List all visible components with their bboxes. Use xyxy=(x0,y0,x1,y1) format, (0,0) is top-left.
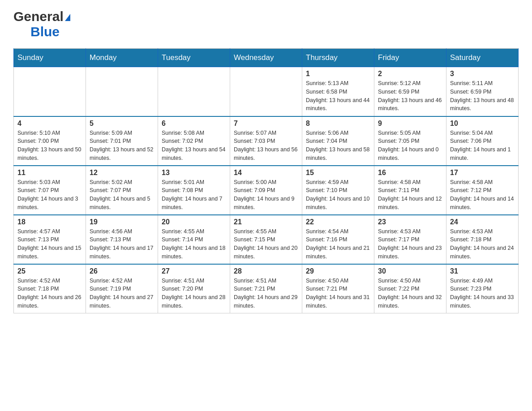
day-number: 6 xyxy=(162,120,226,128)
day-info: Sunrise: 4:50 AMSunset: 7:21 PMDaylight:… xyxy=(306,277,370,310)
calendar-week-row: 18Sunrise: 4:57 AMSunset: 7:13 PMDayligh… xyxy=(14,215,519,264)
day-info: Sunrise: 5:10 AMSunset: 7:00 PMDaylight:… xyxy=(17,129,82,163)
calendar-week-row: 25Sunrise: 4:52 AMSunset: 7:18 PMDayligh… xyxy=(14,264,519,313)
calendar-cell xyxy=(158,67,230,116)
day-info: Sunrise: 5:08 AMSunset: 7:02 PMDaylight:… xyxy=(162,129,226,163)
day-info: Sunrise: 4:59 AMSunset: 7:10 PMDaylight:… xyxy=(306,178,370,212)
day-info: Sunrise: 4:53 AMSunset: 7:18 PMDaylight:… xyxy=(450,227,515,261)
weekday-header-row: SundayMondayTuesdayWednesdayThursdayFrid… xyxy=(14,49,519,67)
day-info: Sunrise: 4:53 AMSunset: 7:17 PMDaylight:… xyxy=(378,227,442,261)
calendar-cell xyxy=(14,67,86,116)
logo-blue-text: Blue xyxy=(30,24,60,39)
day-number: 3 xyxy=(450,70,515,78)
day-info: Sunrise: 5:12 AMSunset: 6:59 PMDaylight:… xyxy=(378,79,442,113)
day-info: Sunrise: 4:58 AMSunset: 7:11 PMDaylight:… xyxy=(378,178,442,212)
weekday-header: Thursday xyxy=(302,49,374,67)
day-number: 16 xyxy=(378,169,442,177)
day-number: 12 xyxy=(90,169,154,177)
calendar-cell: 18Sunrise: 4:57 AMSunset: 7:13 PMDayligh… xyxy=(14,215,86,264)
calendar-week-row: 11Sunrise: 5:03 AMSunset: 7:07 PMDayligh… xyxy=(14,166,519,215)
day-number: 17 xyxy=(450,169,515,177)
calendar-cell: 13Sunrise: 5:01 AMSunset: 7:08 PMDayligh… xyxy=(158,166,230,215)
calendar-cell: 6Sunrise: 5:08 AMSunset: 7:02 PMDaylight… xyxy=(158,116,230,166)
calendar-cell: 8Sunrise: 5:06 AMSunset: 7:04 PMDaylight… xyxy=(302,116,374,166)
day-number: 15 xyxy=(306,169,370,177)
calendar-cell: 26Sunrise: 4:52 AMSunset: 7:19 PMDayligh… xyxy=(86,264,158,313)
day-number: 5 xyxy=(90,120,154,128)
day-info: Sunrise: 4:52 AMSunset: 7:18 PMDaylight:… xyxy=(17,277,82,310)
calendar-cell: 4Sunrise: 5:10 AMSunset: 7:00 PMDaylight… xyxy=(14,116,86,166)
calendar-cell: 7Sunrise: 5:07 AMSunset: 7:03 PMDaylight… xyxy=(230,116,302,166)
day-number: 27 xyxy=(162,267,226,275)
day-info: Sunrise: 5:04 AMSunset: 7:06 PMDaylight:… xyxy=(450,129,515,163)
day-number: 2 xyxy=(378,70,442,78)
weekday-header: Monday xyxy=(86,49,158,67)
calendar-cell: 11Sunrise: 5:03 AMSunset: 7:07 PMDayligh… xyxy=(14,166,86,215)
calendar-cell: 21Sunrise: 4:55 AMSunset: 7:15 PMDayligh… xyxy=(230,215,302,264)
calendar-table: SundayMondayTuesdayWednesdayThursdayFrid… xyxy=(13,48,519,313)
day-info: Sunrise: 4:52 AMSunset: 7:19 PMDaylight:… xyxy=(90,277,154,310)
day-number: 9 xyxy=(378,120,442,128)
calendar-cell: 30Sunrise: 4:50 AMSunset: 7:22 PMDayligh… xyxy=(374,264,446,313)
day-number: 30 xyxy=(378,267,442,275)
calendar-cell: 5Sunrise: 5:09 AMSunset: 7:01 PMDaylight… xyxy=(86,116,158,166)
day-info: Sunrise: 5:05 AMSunset: 7:05 PMDaylight:… xyxy=(378,129,442,163)
day-info: Sunrise: 4:55 AMSunset: 7:15 PMDaylight:… xyxy=(234,227,298,261)
day-number: 10 xyxy=(450,120,515,128)
day-info: Sunrise: 4:51 AMSunset: 7:20 PMDaylight:… xyxy=(162,277,226,310)
day-number: 8 xyxy=(306,120,370,128)
day-info: Sunrise: 4:49 AMSunset: 7:23 PMDaylight:… xyxy=(450,277,515,310)
day-number: 20 xyxy=(162,218,226,226)
day-number: 29 xyxy=(306,267,370,275)
calendar-cell: 31Sunrise: 4:49 AMSunset: 7:23 PMDayligh… xyxy=(446,264,519,313)
day-number: 4 xyxy=(17,120,82,128)
day-info: Sunrise: 5:06 AMSunset: 7:04 PMDaylight:… xyxy=(306,129,370,163)
calendar-cell: 29Sunrise: 4:50 AMSunset: 7:21 PMDayligh… xyxy=(302,264,374,313)
calendar-week-row: 1Sunrise: 5:13 AMSunset: 6:58 PMDaylight… xyxy=(14,67,519,116)
day-info: Sunrise: 4:51 AMSunset: 7:21 PMDaylight:… xyxy=(234,277,298,310)
day-number: 26 xyxy=(90,267,154,275)
day-number: 14 xyxy=(234,169,298,177)
weekday-header: Friday xyxy=(374,49,446,67)
calendar-cell: 16Sunrise: 4:58 AMSunset: 7:11 PMDayligh… xyxy=(374,166,446,215)
calendar-cell xyxy=(86,67,158,116)
calendar-cell xyxy=(230,67,302,116)
logo-general-text: General xyxy=(13,9,64,24)
day-number: 19 xyxy=(90,218,154,226)
day-number: 21 xyxy=(234,218,298,226)
calendar-cell: 10Sunrise: 5:04 AMSunset: 7:06 PMDayligh… xyxy=(446,116,519,166)
day-number: 23 xyxy=(378,218,442,226)
day-info: Sunrise: 4:50 AMSunset: 7:22 PMDaylight:… xyxy=(378,277,442,310)
calendar-week-row: 4Sunrise: 5:10 AMSunset: 7:00 PMDaylight… xyxy=(14,116,519,166)
day-number: 11 xyxy=(17,169,82,177)
calendar-cell: 25Sunrise: 4:52 AMSunset: 7:18 PMDayligh… xyxy=(14,264,86,313)
calendar-cell: 17Sunrise: 4:58 AMSunset: 7:12 PMDayligh… xyxy=(446,166,519,215)
day-info: Sunrise: 5:00 AMSunset: 7:09 PMDaylight:… xyxy=(234,178,298,212)
calendar-cell: 23Sunrise: 4:53 AMSunset: 7:17 PMDayligh… xyxy=(374,215,446,264)
day-info: Sunrise: 5:03 AMSunset: 7:07 PMDaylight:… xyxy=(17,178,82,212)
day-info: Sunrise: 5:01 AMSunset: 7:08 PMDaylight:… xyxy=(162,178,226,212)
day-info: Sunrise: 5:07 AMSunset: 7:03 PMDaylight:… xyxy=(234,129,298,163)
calendar-cell: 27Sunrise: 4:51 AMSunset: 7:20 PMDayligh… xyxy=(158,264,230,313)
day-number: 7 xyxy=(234,120,298,128)
calendar-cell: 24Sunrise: 4:53 AMSunset: 7:18 PMDayligh… xyxy=(446,215,519,264)
calendar-cell: 1Sunrise: 5:13 AMSunset: 6:58 PMDaylight… xyxy=(302,67,374,116)
weekday-header: Wednesday xyxy=(230,49,302,67)
day-info: Sunrise: 4:54 AMSunset: 7:16 PMDaylight:… xyxy=(306,227,370,261)
day-number: 1 xyxy=(306,70,370,78)
day-info: Sunrise: 5:13 AMSunset: 6:58 PMDaylight:… xyxy=(306,79,370,113)
calendar-cell: 28Sunrise: 4:51 AMSunset: 7:21 PMDayligh… xyxy=(230,264,302,313)
day-info: Sunrise: 4:56 AMSunset: 7:13 PMDaylight:… xyxy=(90,227,154,261)
day-number: 24 xyxy=(450,218,515,226)
day-number: 25 xyxy=(17,267,82,275)
day-info: Sunrise: 5:09 AMSunset: 7:01 PMDaylight:… xyxy=(90,129,154,163)
weekday-header: Tuesday xyxy=(158,49,230,67)
day-info: Sunrise: 5:11 AMSunset: 6:59 PMDaylight:… xyxy=(450,79,515,113)
day-number: 22 xyxy=(306,218,370,226)
calendar-cell: 19Sunrise: 4:56 AMSunset: 7:13 PMDayligh… xyxy=(86,215,158,264)
calendar-cell: 15Sunrise: 4:59 AMSunset: 7:10 PMDayligh… xyxy=(302,166,374,215)
calendar-cell: 3Sunrise: 5:11 AMSunset: 6:59 PMDaylight… xyxy=(446,67,519,116)
page-header: General Blue xyxy=(13,9,519,39)
logo: General Blue xyxy=(13,9,70,39)
day-number: 13 xyxy=(162,169,226,177)
